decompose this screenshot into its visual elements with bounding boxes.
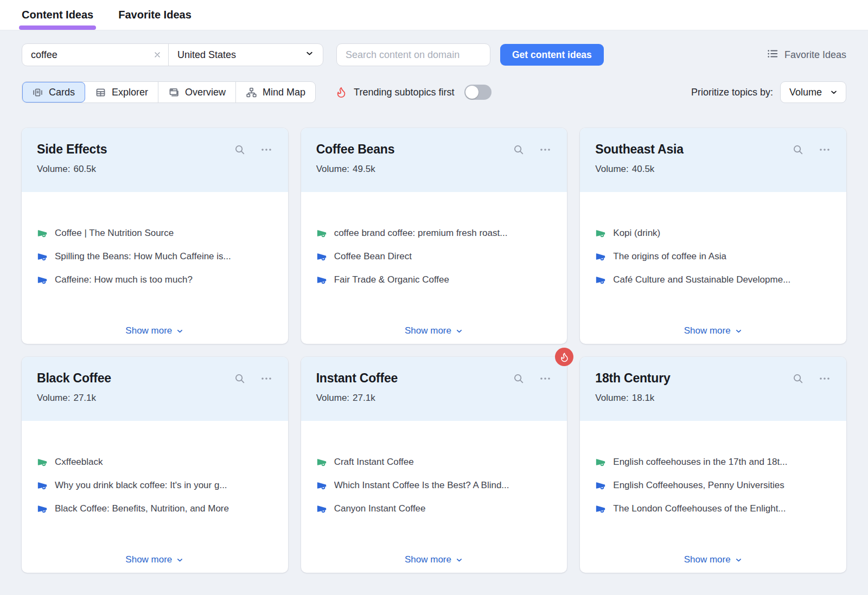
idea-item-text: The London Coffeehouses of the Enlight..… [613,503,786,514]
card-items: Coffee | The Nutrition Source Spilling t… [22,192,288,286]
show-more-label: Show more [125,325,172,336]
card-search-icon[interactable] [513,373,525,385]
region-select[interactable]: United States [169,44,323,66]
megaphone-icon [37,228,48,239]
megaphone-icon [316,457,327,468]
idea-item-text: Canyon Instant Coffee [334,503,426,514]
topic-search-combo: United States [22,43,323,66]
idea-item-text: Why you drink black coffee: It's in your… [55,480,227,491]
trending-control: Trending subtopics first [335,85,491,100]
card-search-icon[interactable] [234,373,246,385]
tab-content-ideas[interactable]: Content Ideas [22,0,93,30]
show-more-label: Show more [125,554,172,565]
card-title: Side Effects [37,142,107,157]
idea-item[interactable]: Craft Instant Coffee [316,456,552,469]
main-content: United States Get content ideas Favorite… [0,43,868,573]
idea-item-text: Which Instant Coffee Is the Best? A Blin… [334,480,509,491]
card-more-icon[interactable] [260,143,273,156]
idea-item[interactable]: The origins of coffee in Asia [595,250,831,263]
idea-item-text: Cxffeeblack [55,457,103,468]
idea-item[interactable]: Fair Trade & Organic Coffee [316,273,552,286]
card-title: 18th Century [595,371,670,386]
show-more-button[interactable]: Show more [405,325,463,336]
show-more-button[interactable]: Show more [405,554,463,565]
card-search-icon[interactable] [792,373,804,385]
volume-value: 40.5k [632,164,655,175]
card-title: Coffee Beans [316,142,395,157]
view-overview-button[interactable]: Overview [158,82,236,103]
card-items: Cxffeeblack Why you drink black coffee: … [22,421,288,515]
card-more-icon[interactable] [539,143,552,156]
show-more-label: Show more [405,325,451,336]
idea-item-text: The origins of coffee in Asia [613,251,726,262]
idea-item[interactable]: Black Coffee: Benefits, Nutrition, and M… [37,502,273,515]
view-mindmap-label: Mind Map [263,87,305,98]
idea-item[interactable]: Cxffeeblack [37,456,273,469]
card-search-icon[interactable] [513,144,525,156]
card-more-icon[interactable] [818,372,831,385]
sitemap-icon [246,87,257,98]
idea-item[interactable]: Coffee Bean Direct [316,250,552,263]
idea-item[interactable]: Why you drink black coffee: It's in your… [37,479,273,492]
idea-item-text: coffee brand coffee: premium fresh roast… [334,228,508,239]
views-row: Cards Explorer Overview Mind Map Trendin… [22,81,846,103]
idea-item-text: Café Culture and Sustainable Developme..… [613,274,790,285]
idea-item-text: English coffeehouses in the 17th and 18t… [613,457,787,468]
card-header: Instant Coffee Volume:27.1k [301,357,567,421]
domain-search-input[interactable] [336,43,490,66]
show-more-label: Show more [684,325,731,336]
show-more-button[interactable]: Show more [684,325,743,336]
idea-item[interactable]: Canyon Instant Coffee [316,502,552,515]
idea-item[interactable]: Coffee | The Nutrition Source [37,227,273,240]
idea-item[interactable]: Café Culture and Sustainable Developme..… [595,273,831,286]
favorite-ideas-label: Favorite Ideas [784,49,846,61]
idea-item-text: Black Coffee: Benefits, Nutrition, and M… [55,503,229,514]
volume-value: 60.5k [73,164,96,175]
view-mindmap-button[interactable]: Mind Map [236,82,315,103]
favorite-ideas-link[interactable]: Favorite Ideas [767,48,846,62]
idea-item[interactable]: Spilling the Beans: How Much Caffeine is… [37,250,273,263]
card-search-icon[interactable] [792,144,804,156]
volume-label: Volume: [37,164,70,175]
trending-flame-badge [555,348,573,366]
card-header: Coffee Beans Volume:49.5k [301,128,567,192]
card-more-icon[interactable] [818,143,831,156]
trending-toggle[interactable] [464,85,492,100]
volume-label: Volume: [595,164,628,175]
list-icon [767,48,778,62]
view-cards-button[interactable]: Cards [22,82,85,103]
card-title: Instant Coffee [316,371,398,386]
show-more-button[interactable]: Show more [684,554,743,565]
idea-item[interactable]: coffee brand coffee: premium fresh roast… [316,227,552,240]
idea-item[interactable]: The London Coffeehouses of the Enlight..… [595,502,831,515]
idea-item[interactable]: Caffeine: How much is too much? [37,273,273,286]
topic-card-18th-century: 18th Century Volume:18.1k English coffee… [580,357,846,573]
volume-label: Volume: [316,164,349,175]
idea-item[interactable]: English Coffeehouses, Penny Universities [595,479,831,492]
view-explorer-button[interactable]: Explorer [85,82,158,103]
show-more-button[interactable]: Show more [125,325,184,336]
tab-favorite-ideas-label: Favorite Ideas [118,9,192,21]
idea-item-text: Coffee | The Nutrition Source [55,228,174,239]
idea-item-text: Caffeine: How much is too much? [55,274,193,285]
card-search-icon[interactable] [234,144,246,156]
chevron-down-icon [305,49,314,61]
clear-query-icon[interactable] [153,50,162,59]
card-more-icon[interactable] [539,372,552,385]
card-header: Side Effects Volume:60.5k [22,128,288,192]
prioritize-label: Prioritize topics by: [691,87,773,98]
show-more-button[interactable]: Show more [125,554,184,565]
chevron-down-icon [829,88,838,97]
card-more-icon[interactable] [260,372,273,385]
idea-item[interactable]: Kopi (drink) [595,227,831,240]
region-select-value: United States [177,49,236,61]
idea-item[interactable]: Which Instant Coffee Is the Best? A Blin… [316,479,552,492]
view-explorer-label: Explorer [112,87,148,98]
topic-query-input[interactable] [31,49,149,61]
prioritize-select[interactable]: Volume [780,81,846,103]
idea-item[interactable]: English coffeehouses in the 17th and 18t… [595,456,831,469]
volume-label: Volume: [316,393,349,404]
tab-favorite-ideas[interactable]: Favorite Ideas [118,0,192,30]
megaphone-icon [595,503,606,514]
get-content-ideas-button[interactable]: Get content ideas [500,44,604,66]
